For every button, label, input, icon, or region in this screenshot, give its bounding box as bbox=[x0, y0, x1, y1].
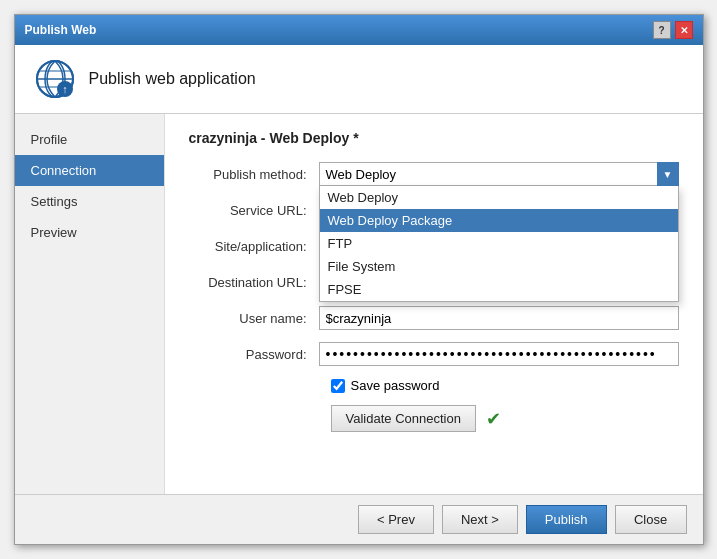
publish-method-dropdown[interactable]: Web Deploy ▼ Web Deploy Web Deploy Packa… bbox=[319, 162, 679, 186]
prev-button[interactable]: < Prev bbox=[358, 505, 434, 534]
dropdown-option-ftp[interactable]: FTP bbox=[320, 232, 678, 255]
next-button[interactable]: Next > bbox=[442, 505, 518, 534]
validate-connection-row: Validate Connection ✔ bbox=[331, 405, 679, 432]
publish-method-dropdown-list: Web Deploy Web Deploy Package FTP File S… bbox=[319, 186, 679, 302]
svg-text:↑: ↑ bbox=[62, 83, 68, 95]
close-button[interactable]: Close bbox=[615, 505, 687, 534]
save-password-label: Save password bbox=[351, 378, 440, 393]
sidebar-item-preview[interactable]: Preview bbox=[15, 217, 164, 248]
publish-method-row: Publish method: Web Deploy ▼ Web Deploy … bbox=[189, 162, 679, 186]
username-input[interactable] bbox=[319, 306, 679, 330]
save-password-checkbox[interactable] bbox=[331, 379, 345, 393]
footer: < Prev Next > Publish Close bbox=[15, 494, 703, 544]
form-area: crazyninja - Web Deploy * Publish method… bbox=[165, 114, 703, 494]
password-input[interactable] bbox=[319, 342, 679, 366]
sidebar-item-settings[interactable]: Settings bbox=[15, 186, 164, 217]
destination-url-label: Destination URL: bbox=[189, 275, 319, 290]
sidebar-item-connection[interactable]: Connection bbox=[15, 155, 164, 186]
username-label: User name: bbox=[189, 311, 319, 326]
main-content: Profile Connection Settings Preview craz… bbox=[15, 114, 703, 494]
dropdown-option-web-deploy[interactable]: Web Deploy bbox=[320, 186, 678, 209]
dropdown-option-file-system[interactable]: File System bbox=[320, 255, 678, 278]
header-title: Publish web application bbox=[89, 70, 256, 88]
help-button[interactable]: ? bbox=[653, 21, 671, 39]
dropdown-option-fpse[interactable]: FPSE bbox=[320, 278, 678, 301]
publish-web-dialog: Publish Web ? ✕ ↑ Publish web applica bbox=[14, 14, 704, 545]
globe-icon: ↑ bbox=[35, 59, 75, 99]
password-label: Password: bbox=[189, 347, 319, 362]
sidebar-item-profile[interactable]: Profile bbox=[15, 124, 164, 155]
connection-valid-icon: ✔ bbox=[486, 408, 501, 430]
form-title: crazyninja - Web Deploy * bbox=[189, 130, 679, 146]
sidebar: Profile Connection Settings Preview bbox=[15, 114, 165, 494]
save-password-row: Save password bbox=[331, 378, 679, 393]
header-section: ↑ Publish web application bbox=[15, 45, 703, 114]
publish-method-selected: Web Deploy bbox=[326, 167, 397, 182]
title-bar-controls: ? ✕ bbox=[653, 21, 693, 39]
username-row: User name: bbox=[189, 306, 679, 330]
dropdown-option-web-deploy-package[interactable]: Web Deploy Package bbox=[320, 209, 678, 232]
window-close-button[interactable]: ✕ bbox=[675, 21, 693, 39]
service-url-label: Service URL: bbox=[189, 203, 319, 218]
dialog-title: Publish Web bbox=[25, 23, 97, 37]
site-application-label: Site/application: bbox=[189, 239, 319, 254]
publish-button[interactable]: Publish bbox=[526, 505, 607, 534]
title-bar: Publish Web ? ✕ bbox=[15, 15, 703, 45]
password-row: Password: bbox=[189, 342, 679, 366]
validate-connection-button[interactable]: Validate Connection bbox=[331, 405, 476, 432]
publish-method-label: Publish method: bbox=[189, 167, 319, 182]
title-bar-left: Publish Web bbox=[25, 23, 97, 37]
